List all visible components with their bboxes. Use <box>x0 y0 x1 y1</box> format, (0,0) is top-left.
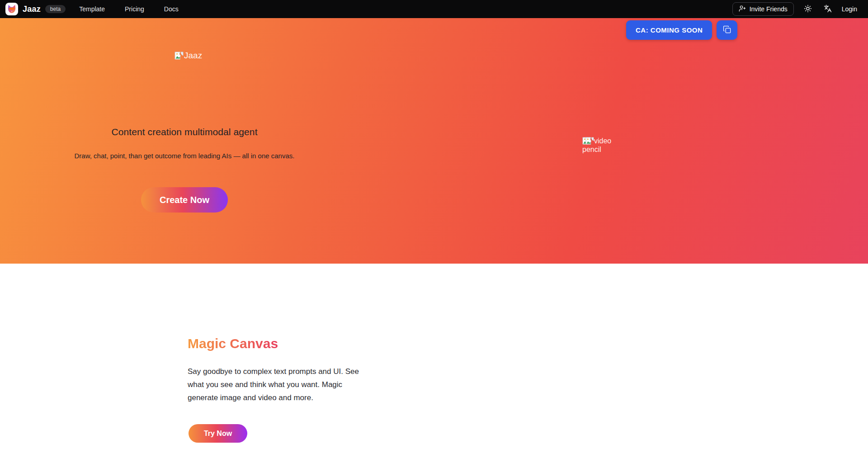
theme-toggle-button[interactable] <box>802 3 814 16</box>
invite-friends-button[interactable]: Invite Friends <box>732 2 794 16</box>
copy-icon <box>723 25 731 35</box>
fox-logo-icon <box>5 3 18 15</box>
magic-canvas-description: Say goodbye to complex text prompts and … <box>188 365 359 404</box>
magic-canvas-section: Magic Canvas Say goodbye to complex text… <box>0 264 868 449</box>
hero-subheading: Draw, chat, point, than get outcome from… <box>4 152 365 160</box>
translate-icon <box>824 5 832 14</box>
language-button[interactable] <box>822 3 834 16</box>
create-now-button[interactable]: Create Now <box>141 187 228 213</box>
try-now-button[interactable]: Try Now <box>189 424 247 443</box>
nav-right: Invite Friends Login <box>732 2 857 16</box>
broken-image-icon <box>175 52 184 60</box>
nav-item-pricing[interactable]: Pricing <box>125 5 144 13</box>
invite-friends-label: Invite Friends <box>750 5 788 13</box>
description-line: what you see and think what you want. Ma… <box>188 380 342 389</box>
hero-section: CA: COMING SOON Jaaz Content creation mu… <box>0 18 868 264</box>
top-nav: Jaaz beta Template Pricing Docs Invite F… <box>0 0 868 18</box>
ca-button-group: CA: COMING SOON <box>626 20 737 40</box>
user-plus-icon <box>739 5 746 14</box>
jaaz-landing-page: Jaaz beta Template Pricing Docs Invite F… <box>0 0 868 449</box>
broken-image-icon <box>585 137 594 145</box>
magic-canvas-title: Magic Canvas <box>188 336 278 351</box>
broken-image-video-pencil: video pencil <box>582 137 618 154</box>
copy-button[interactable] <box>717 20 737 40</box>
nav-item-docs[interactable]: Docs <box>164 5 179 13</box>
brand[interactable]: Jaaz beta <box>5 3 66 15</box>
main-nav: Template Pricing Docs <box>79 5 179 13</box>
description-line: Say goodbye to complex text prompts and … <box>188 367 359 376</box>
broken-image-alt-text: Jaaz <box>184 51 202 60</box>
beta-badge: beta <box>45 5 66 13</box>
description-line: generate image and video and more. <box>188 393 313 402</box>
sun-icon <box>804 5 812 14</box>
broken-image-jaaz: Jaaz <box>175 51 202 61</box>
nav-item-template[interactable]: Template <box>79 5 105 13</box>
hero-heading: Content creation multimodal agent <box>4 127 365 137</box>
login-link[interactable]: Login <box>842 5 857 13</box>
brand-name: Jaaz <box>23 5 41 14</box>
ca-coming-soon-button[interactable]: CA: COMING SOON <box>626 20 712 40</box>
